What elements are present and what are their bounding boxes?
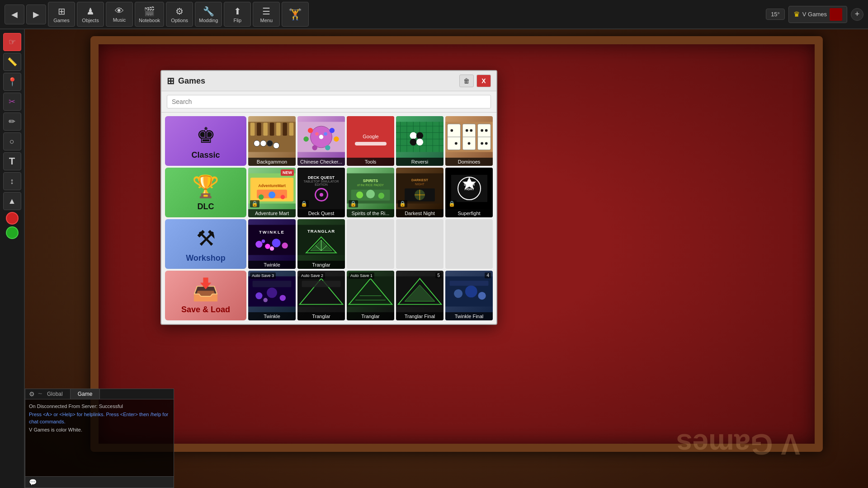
tool-circle[interactable]: ○ xyxy=(3,132,21,150)
category-classic[interactable]: ♚ Classic xyxy=(165,116,246,166)
tab-global[interactable]: Global xyxy=(40,389,71,399)
dialog-controls: 🗑 X xyxy=(459,75,491,87)
options-icon: ⚙ xyxy=(175,6,184,17)
tools-label: Tools xyxy=(347,158,394,166)
dialog-header: ⊞ Games 🗑 X xyxy=(161,71,496,91)
angle-value: 15° xyxy=(771,11,780,18)
svg-text:NIGHT: NIGHT xyxy=(415,183,425,186)
flip-label: Flip xyxy=(233,18,241,23)
svg-point-19 xyxy=(325,145,330,150)
svg-point-39 xyxy=(416,132,423,139)
games-icon: ⊞ xyxy=(58,6,66,17)
svg-rect-4 xyxy=(270,123,274,136)
tool-cut[interactable]: ✂ xyxy=(3,93,21,111)
chat-emoji-btn[interactable]: 💬 xyxy=(29,479,37,486)
menu-button[interactable]: ☰ Menu xyxy=(253,2,280,27)
spirits-svg: SPIRITS of the RICE PADDY xyxy=(347,173,394,204)
search-input[interactable] xyxy=(167,95,491,108)
color-green[interactable] xyxy=(6,226,19,239)
game-reversi[interactable]: Reversi xyxy=(396,116,443,166)
svg-point-14 xyxy=(308,128,313,133)
trash-button[interactable]: 🗑 xyxy=(459,75,474,87)
tool-pointer[interactable]: ▲ xyxy=(3,192,21,210)
svg-rect-119 xyxy=(450,281,489,286)
tool-text[interactable]: T xyxy=(3,152,21,170)
left-toolbar: ☞ 📏 📍 ✂ ✏ ○ T ↕ ▲ xyxy=(0,29,25,488)
tool-ruler[interactable]: 📏 xyxy=(3,53,21,71)
chat-resize-handle[interactable] xyxy=(168,389,174,394)
advmart-new: NEW xyxy=(281,169,294,176)
game-save-tranglar-final[interactable]: 5 Tranglar Final xyxy=(396,271,443,320)
category-save-load[interactable]: 📥 Save & Load xyxy=(165,271,246,320)
save-twinkle-final-svg xyxy=(445,276,493,307)
game-darkest-night[interactable]: DARKEST NIGHT 🔒 Darkest Night xyxy=(396,168,443,217)
modding-button[interactable]: 🔧 Modding xyxy=(195,2,222,27)
dlc-label: DLC xyxy=(198,202,214,211)
chat-settings-btn[interactable]: ⚙ xyxy=(25,389,38,399)
game-deck-quest[interactable]: DECK QUEST TABLETOP SIMULATOR EDITION 🔒 … xyxy=(297,168,345,217)
tab-game[interactable]: Game xyxy=(71,389,100,399)
svg-point-64 xyxy=(281,195,285,199)
save-load-icon: 📥 xyxy=(192,277,219,302)
save-twinkle-label: Twinkle xyxy=(248,312,296,320)
game-twinkle[interactable]: TWINKLE Twinkle xyxy=(248,219,296,269)
svg-point-62 xyxy=(259,194,264,199)
fitness-button[interactable]: 🏋 xyxy=(282,2,309,27)
save-tranglar-final-label: Tranglar Final xyxy=(396,312,443,320)
game-dominoes[interactable]: Dominoes xyxy=(445,116,493,166)
tool-draw[interactable]: ✏ xyxy=(3,113,21,131)
modding-icon: 🔧 xyxy=(203,6,214,17)
twinkle-preview: TWINKLE xyxy=(248,219,296,261)
games-button[interactable]: ⊞ Games xyxy=(48,2,75,27)
forward-button[interactable]: ▶ xyxy=(26,5,46,24)
svg-point-102 xyxy=(280,295,286,301)
add-button[interactable]: + xyxy=(851,8,863,21)
tool-measure[interactable]: ↕ xyxy=(3,172,21,190)
workshop-icon: ⚒ xyxy=(196,225,216,251)
back-button[interactable]: ◀ xyxy=(5,5,24,24)
game-tools[interactable]: Google Tools xyxy=(347,116,394,166)
spirits-lock: 🔒 xyxy=(349,200,358,207)
game-spirits[interactable]: SPIRITS of the RICE PADDY 🔒 Spirits of t… xyxy=(347,168,394,217)
svg-point-46 xyxy=(455,142,458,145)
notebook-button[interactable]: 🎬 Notebook xyxy=(135,2,164,27)
svg-text:TWINKLE: TWINKLE xyxy=(259,230,285,235)
objects-button[interactable]: ♟ Objects xyxy=(77,2,104,27)
svg-point-56 xyxy=(481,142,483,145)
game-superfight[interactable]: SUPER FIGHT 🔒 Superfight xyxy=(445,168,493,217)
category-workshop[interactable]: ⚒ Workshop xyxy=(165,219,246,269)
superfight-lock: 🔒 xyxy=(447,200,457,207)
flip-button[interactable]: ⬆ Flip xyxy=(224,2,251,27)
num-4-badge: 4 xyxy=(485,272,491,278)
deckquest-label: Deck Quest xyxy=(297,209,345,217)
chat-box: ⚙ ~ Global Game On Disconnected From Ser… xyxy=(25,389,174,488)
svg-point-100 xyxy=(255,292,262,299)
svg-point-118 xyxy=(478,292,486,300)
music-button[interactable]: 👁 Music xyxy=(106,2,133,27)
classic-icon: ♚ xyxy=(196,122,216,148)
save-load-label: Save & Load xyxy=(181,305,230,314)
game-save-tranglar1[interactable]: Auto Save 2 Tranglar xyxy=(297,271,345,320)
close-button[interactable]: X xyxy=(476,75,491,87)
game-save-twinkle[interactable]: Auto Save 3 Twinkle xyxy=(248,271,296,320)
empty-cell-3 xyxy=(445,219,493,269)
tool-pin[interactable]: 📍 xyxy=(3,73,21,91)
notebook-icon: 🎬 xyxy=(144,6,155,17)
game-save-tranglar2[interactable]: Auto Save 1 Tranglar xyxy=(347,271,394,320)
color-red[interactable] xyxy=(6,212,19,225)
category-dlc[interactable]: 🏆 DLC xyxy=(165,168,246,217)
advmart-label: Adventure Mart xyxy=(248,209,296,217)
advmart-svg: AdventureMart xyxy=(248,173,296,204)
autosave-3-label: Auto Save 3 xyxy=(250,272,276,279)
svg-point-69 xyxy=(356,192,363,198)
game-backgammon[interactable]: Backgammon xyxy=(248,116,296,166)
svg-point-86 xyxy=(255,241,262,248)
svg-point-55 xyxy=(485,129,488,132)
game-tranglar[interactable]: TRANGLAR Tranglar xyxy=(297,219,345,269)
reversi-preview xyxy=(396,116,443,158)
tool-cursor[interactable]: ☞ xyxy=(3,33,21,51)
game-chinese[interactable]: Chinese Checker... xyxy=(297,116,345,166)
game-adventure-mart[interactable]: AdventureMart 🔒 NEW Adventure Mart xyxy=(248,168,296,217)
game-save-twinkle-final[interactable]: 4 Twinkle Final xyxy=(445,271,493,320)
options-button[interactable]: ⚙ Options xyxy=(166,2,193,27)
